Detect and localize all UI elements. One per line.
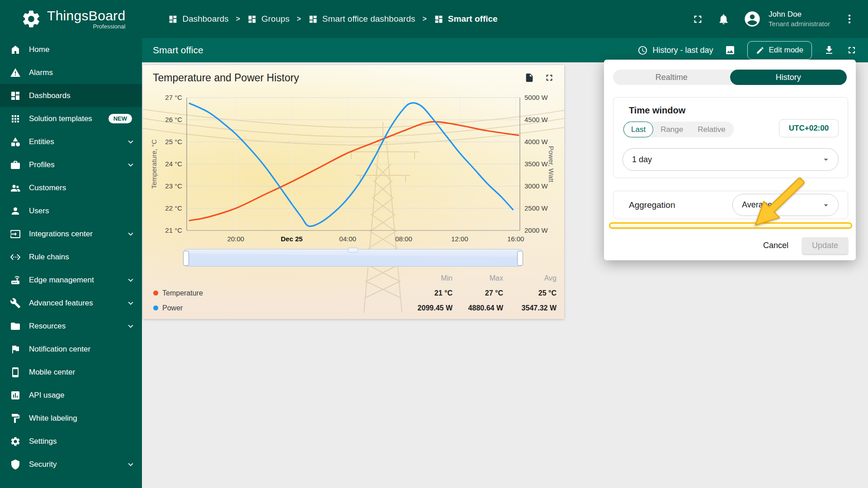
sidebar-item-integrations-center[interactable]: Integrations center bbox=[0, 222, 142, 245]
dashboard-toolbar: Smart office History - last day Edit mod… bbox=[142, 38, 868, 62]
legend-item-power[interactable]: Power bbox=[153, 300, 402, 315]
breadcrumb-smart-office[interactable]: Smart office bbox=[434, 14, 498, 24]
breadcrumb-separator: > bbox=[297, 15, 301, 23]
image-icon[interactable] bbox=[725, 45, 736, 56]
edge-icon bbox=[10, 275, 21, 286]
svg-text:2000 W: 2000 W bbox=[524, 226, 548, 234]
dashboard-grid-icon bbox=[308, 14, 318, 24]
dashboard-grid-icon bbox=[168, 14, 178, 24]
sidebar-item-home[interactable]: Home bbox=[0, 38, 142, 61]
dashboard-title: Smart office bbox=[153, 45, 203, 56]
breadcrumb-dashboards[interactable]: Dashboards bbox=[168, 14, 228, 24]
breadcrumb-separator: > bbox=[236, 15, 240, 23]
mode-relative[interactable]: Relative bbox=[690, 122, 732, 137]
svg-text:21 °C: 21 °C bbox=[165, 226, 182, 234]
legend-item-temperature[interactable]: Temperature bbox=[153, 286, 402, 300]
customers-icon bbox=[10, 183, 21, 193]
slider-right-handle[interactable] bbox=[517, 251, 523, 266]
svg-text:16:00: 16:00 bbox=[507, 235, 524, 243]
tab-history[interactable]: History bbox=[730, 70, 847, 85]
panel-actions: Cancel Update bbox=[760, 237, 848, 254]
dashboards-icon bbox=[10, 90, 21, 101]
update-button[interactable]: Update bbox=[802, 237, 848, 254]
more-vert-icon[interactable] bbox=[844, 13, 855, 25]
sidebar-item-alarms[interactable]: Alarms bbox=[0, 61, 142, 84]
avatar[interactable] bbox=[743, 10, 761, 28]
interval-select[interactable]: 1 day bbox=[623, 148, 839, 171]
timewindow-button[interactable]: History - last day bbox=[637, 45, 713, 56]
cancel-button[interactable]: Cancel bbox=[760, 240, 791, 251]
timezone-button[interactable]: UTC+02:00 bbox=[779, 119, 839, 137]
sidebar: HomeAlarmsDashboardsSolution templatesNE… bbox=[0, 38, 142, 488]
time-range-slider[interactable] bbox=[184, 249, 522, 267]
timewindow-label: History - last day bbox=[652, 46, 713, 55]
svg-text:3500 W: 3500 W bbox=[524, 160, 548, 168]
sidebar-item-profiles[interactable]: Profiles bbox=[0, 153, 142, 176]
interval-value: 1 day bbox=[632, 155, 652, 164]
sidebar-item-label: Users bbox=[29, 206, 136, 216]
mode-last[interactable]: Last bbox=[623, 122, 653, 137]
svg-text:27 °C: 27 °C bbox=[165, 94, 182, 101]
sidebar-item-entities[interactable]: Entities bbox=[0, 130, 142, 153]
breadcrumb-label: Dashboards bbox=[182, 14, 228, 24]
security-icon bbox=[10, 459, 21, 470]
header-actions: John Doe Tenant administrator bbox=[692, 9, 868, 28]
sidebar-item-label: Resources bbox=[29, 322, 118, 331]
breadcrumb-groups[interactable]: Groups bbox=[247, 14, 289, 24]
breadcrumb: Dashboards>Groups>Smart office dashboard… bbox=[168, 14, 497, 24]
sidebar-item-label: Notification center bbox=[29, 345, 136, 354]
sidebar-item-white-labeling[interactable]: White labeling bbox=[0, 407, 142, 430]
resources-icon bbox=[10, 321, 21, 332]
expand-fullscreen-icon[interactable] bbox=[846, 45, 857, 56]
sidebar-item-notification-center[interactable]: Notification center bbox=[0, 338, 142, 361]
breadcrumb-smart-office-dashboards[interactable]: Smart office dashboards bbox=[308, 14, 415, 24]
user-info[interactable]: John Doe Tenant administrator bbox=[769, 9, 830, 28]
sidebar-item-advanced-features[interactable]: Advanced features bbox=[0, 291, 142, 314]
widget-fullscreen-icon[interactable] bbox=[544, 73, 554, 83]
users-icon bbox=[10, 206, 21, 216]
sidebar-item-settings[interactable]: Settings bbox=[0, 430, 142, 453]
notification-icon bbox=[10, 344, 21, 355]
export-icon[interactable] bbox=[524, 73, 534, 83]
tab-realtime[interactable]: Realtime bbox=[613, 70, 730, 85]
svg-text:4000 W: 4000 W bbox=[524, 138, 548, 145]
logo-gear-icon bbox=[21, 9, 42, 29]
download-icon[interactable] bbox=[824, 45, 835, 56]
sidebar-item-label: Alarms bbox=[29, 68, 136, 77]
thingsboard-logo[interactable]: ThingsBoard Professional bbox=[0, 8, 125, 30]
mobile-icon bbox=[10, 367, 21, 378]
breadcrumb-label: Smart office bbox=[448, 14, 498, 24]
aggregation-card: Aggregation Average bbox=[613, 191, 848, 219]
mode-range[interactable]: Range bbox=[653, 122, 690, 137]
chevron-down-icon bbox=[126, 321, 136, 331]
sidebar-item-mobile-center[interactable]: Mobile center bbox=[0, 361, 142, 384]
sidebar-item-solution-templates[interactable]: Solution templatesNEW bbox=[0, 107, 142, 130]
sidebar-item-customers[interactable]: Customers bbox=[0, 176, 142, 199]
widget-header: Temperature and Power History bbox=[143, 65, 564, 90]
chevron-down-icon bbox=[126, 298, 136, 308]
svg-text:12:00: 12:00 bbox=[451, 235, 468, 243]
sidebar-item-label: Settings bbox=[29, 437, 136, 446]
app-root: ThingsBoard Professional Dashboards>Grou… bbox=[0, 0, 868, 488]
sidebar-item-security[interactable]: Security bbox=[0, 453, 142, 476]
slider-left-handle[interactable] bbox=[183, 251, 189, 266]
svg-text:3000 W: 3000 W bbox=[524, 182, 548, 190]
sidebar-item-users[interactable]: Users bbox=[0, 199, 142, 222]
sidebar-item-api-usage[interactable]: API usage bbox=[0, 384, 142, 407]
legend-max-value: 27 °C bbox=[453, 286, 503, 300]
edit-mode-button[interactable]: Edit mode bbox=[747, 41, 812, 60]
timewindow-panel: RealtimeHistory Time window LastRangeRel… bbox=[604, 60, 856, 260]
sidebar-item-rule-chains[interactable]: Rule chains bbox=[0, 245, 142, 268]
slider-grip-handle[interactable] bbox=[348, 248, 358, 253]
sidebar-item-edge-management[interactable]: Edge management bbox=[0, 268, 142, 291]
svg-text:08:00: 08:00 bbox=[395, 235, 412, 243]
notifications-bell-icon[interactable] bbox=[717, 13, 730, 25]
fullscreen-icon[interactable] bbox=[692, 13, 704, 25]
sidebar-item-dashboards[interactable]: Dashboards bbox=[0, 84, 142, 107]
sidebar-item-label: Mobile center bbox=[29, 368, 136, 377]
profiles-icon bbox=[10, 160, 21, 170]
sidebar-item-resources[interactable]: Resources bbox=[0, 314, 142, 338]
dashboard-grid-icon bbox=[247, 14, 257, 24]
realtime-history-tabs: RealtimeHistory bbox=[613, 70, 847, 85]
home-icon bbox=[10, 44, 21, 55]
